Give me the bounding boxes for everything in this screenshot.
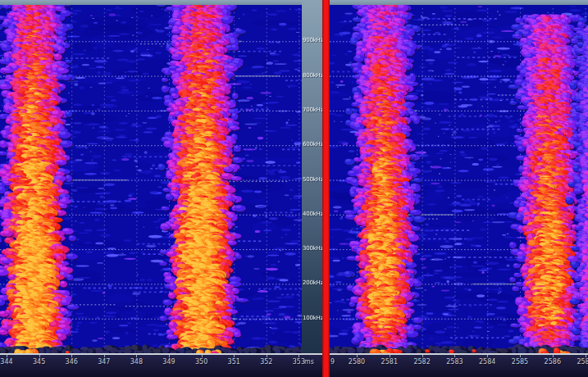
- time-axis-tick: [357, 355, 358, 357]
- time-tick-label: 346: [66, 358, 78, 366]
- time-tick-label: 2586: [545, 358, 561, 366]
- freq-axis-label: 800kHz: [303, 72, 322, 79]
- time-tick-label: 2583: [446, 358, 463, 366]
- time-axis-tick: [104, 355, 105, 357]
- time-axis-tick: [202, 355, 203, 357]
- time-tick-label: 344: [0, 358, 12, 366]
- freq-axis-label: 500kHz: [303, 176, 322, 183]
- time-tick-label: 2585: [512, 358, 528, 366]
- spectrogram-viewer: 900kHz800kHz700kHz600kHz500kHz400kHz300k…: [0, 0, 588, 377]
- time-axis-tick: [553, 355, 554, 357]
- time-axis-tick: [169, 355, 170, 357]
- time-axis-tick: [299, 355, 299, 357]
- freq-axis-label: 900kHz: [303, 37, 322, 43]
- red-split-cursor[interactable]: [322, 0, 330, 377]
- partial-tick-label: 9: [330, 358, 335, 366]
- time-axis-tick: [422, 355, 423, 357]
- time-axis-tick: [39, 355, 40, 357]
- time-tick-label: 348: [130, 358, 143, 366]
- time-tick-label: 350: [195, 358, 207, 366]
- time-axis-tick: [136, 355, 137, 357]
- time-axis-tick: [267, 355, 267, 357]
- waterfall-canvas[interactable]: [0, 0, 588, 353]
- time-axis-tick: [586, 355, 586, 357]
- time-unit-label: ms: [304, 358, 314, 366]
- time-tick-label: 2581: [381, 358, 398, 366]
- time-tick-label: 347: [98, 358, 110, 366]
- time-axis-tick: [487, 355, 488, 357]
- time-tick-label: 352: [260, 358, 272, 366]
- time-tick-label: 345: [33, 358, 45, 366]
- time-axis-tick: [520, 355, 521, 357]
- time-tick-label: 351: [228, 358, 240, 366]
- freq-axis-label: 200kHz: [303, 279, 322, 286]
- freq-axis-label: 100kHz: [303, 315, 322, 321]
- time-axis-tick: [390, 355, 390, 357]
- time-tick-label: 2587: [577, 358, 588, 366]
- time-axis-bar: 3443453463473483493503513523532580258125…: [0, 353, 588, 377]
- time-axis-tick: [234, 355, 235, 357]
- time-tick-label: 2580: [349, 358, 365, 366]
- time-axis-tick: [71, 355, 72, 357]
- time-tick-label: 2584: [479, 358, 495, 366]
- time-axis-tick: [454, 355, 455, 357]
- freq-axis-label: 300kHz: [303, 245, 322, 252]
- freq-axis-label: 700kHz: [303, 107, 322, 113]
- time-tick-label: 2582: [413, 358, 430, 366]
- time-axis-tick: [7, 355, 7, 357]
- freq-axis-label: 400kHz: [303, 211, 322, 217]
- time-tick-label: 349: [162, 358, 175, 366]
- time-tick-label: 353: [293, 358, 305, 366]
- freq-axis-label: 600kHz: [303, 141, 322, 148]
- frequency-axis-strip: 900kHz800kHz700kHz600kHz500kHz400kHz300k…: [302, 0, 322, 353]
